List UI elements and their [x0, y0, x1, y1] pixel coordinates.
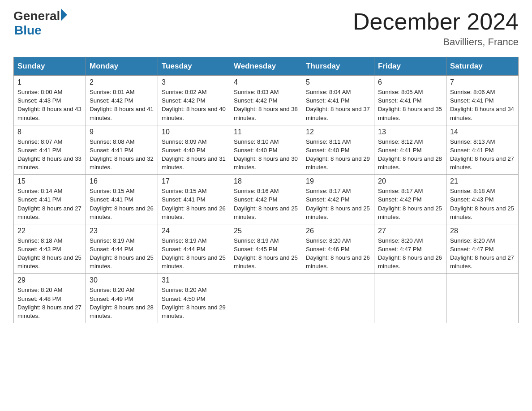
day-info: Sunrise: 8:04 AMSunset: 4:41 PMDaylight:…	[306, 88, 370, 122]
logo-general-text: General	[13, 9, 60, 23]
week-row-2: 8Sunrise: 8:07 AMSunset: 4:41 PMDaylight…	[14, 125, 519, 175]
day-number: 18	[234, 177, 298, 185]
day-info: Sunrise: 8:16 AMSunset: 4:42 PMDaylight:…	[234, 187, 298, 221]
day-cell-26: 26Sunrise: 8:20 AMSunset: 4:46 PMDayligh…	[302, 224, 374, 274]
day-cell-14: 14Sunrise: 8:13 AMSunset: 4:41 PMDayligh…	[446, 125, 519, 175]
day-number: 28	[450, 227, 515, 235]
weekday-header-thursday: Thursday	[302, 57, 374, 76]
weekday-header-friday: Friday	[374, 57, 446, 76]
day-cell-20: 20Sunrise: 8:17 AMSunset: 4:42 PMDayligh…	[374, 175, 446, 224]
day-cell-3: 3Sunrise: 8:02 AMSunset: 4:42 PMDaylight…	[158, 76, 230, 125]
day-info: Sunrise: 8:20 AMSunset: 4:46 PMDaylight:…	[306, 236, 370, 271]
day-info: Sunrise: 8:19 AMSunset: 4:44 PMDaylight:…	[90, 236, 154, 271]
day-number: 6	[378, 78, 442, 86]
day-number: 29	[17, 276, 82, 284]
day-info: Sunrise: 8:18 AMSunset: 4:43 PMDaylight:…	[17, 236, 82, 271]
day-number: 3	[162, 78, 226, 86]
day-cell-6: 6Sunrise: 8:05 AMSunset: 4:41 PMDaylight…	[374, 76, 446, 125]
day-number: 12	[306, 128, 370, 136]
day-cell-23: 23Sunrise: 8:19 AMSunset: 4:44 PMDayligh…	[86, 224, 158, 274]
day-cell-1: 1Sunrise: 8:00 AMSunset: 4:43 PMDaylight…	[14, 76, 86, 125]
day-info: Sunrise: 8:08 AMSunset: 4:41 PMDaylight:…	[90, 137, 154, 172]
day-info: Sunrise: 8:13 AMSunset: 4:41 PMDaylight:…	[450, 137, 515, 172]
day-info: Sunrise: 8:07 AMSunset: 4:41 PMDaylight:…	[17, 137, 82, 172]
day-cell-25: 25Sunrise: 8:19 AMSunset: 4:45 PMDayligh…	[230, 224, 302, 274]
day-cell-13: 13Sunrise: 8:12 AMSunset: 4:41 PMDayligh…	[374, 125, 446, 175]
day-cell-16: 16Sunrise: 8:15 AMSunset: 4:41 PMDayligh…	[86, 175, 158, 224]
calendar-table: SundayMondayTuesdayWednesdayThursdayFrid…	[13, 57, 519, 323]
day-cell-27: 27Sunrise: 8:20 AMSunset: 4:47 PMDayligh…	[374, 224, 446, 274]
title-section: December 2024 Bavilliers, France	[353, 9, 519, 48]
day-number: 4	[234, 78, 298, 86]
day-info: Sunrise: 8:17 AMSunset: 4:42 PMDaylight:…	[306, 187, 370, 221]
day-number: 26	[306, 227, 370, 235]
day-cell-17: 17Sunrise: 8:15 AMSunset: 4:41 PMDayligh…	[158, 175, 230, 224]
day-info: Sunrise: 8:05 AMSunset: 4:41 PMDaylight:…	[378, 88, 442, 122]
week-row-4: 22Sunrise: 8:18 AMSunset: 4:43 PMDayligh…	[14, 224, 519, 274]
day-info: Sunrise: 8:15 AMSunset: 4:41 PMDaylight:…	[162, 187, 226, 221]
weekday-header-row: SundayMondayTuesdayWednesdayThursdayFrid…	[14, 57, 519, 76]
day-info: Sunrise: 8:02 AMSunset: 4:42 PMDaylight:…	[162, 88, 226, 122]
day-info: Sunrise: 8:18 AMSunset: 4:43 PMDaylight:…	[450, 187, 515, 221]
week-row-3: 15Sunrise: 8:14 AMSunset: 4:41 PMDayligh…	[14, 175, 519, 224]
day-number: 17	[162, 177, 226, 185]
day-cell-10: 10Sunrise: 8:09 AMSunset: 4:40 PMDayligh…	[158, 125, 230, 175]
day-cell-12: 12Sunrise: 8:11 AMSunset: 4:40 PMDayligh…	[302, 125, 374, 175]
day-cell-22: 22Sunrise: 8:18 AMSunset: 4:43 PMDayligh…	[14, 224, 86, 274]
day-number: 27	[378, 227, 442, 235]
day-info: Sunrise: 8:14 AMSunset: 4:41 PMDaylight:…	[17, 187, 82, 221]
day-number: 24	[162, 227, 226, 235]
day-info: Sunrise: 8:20 AMSunset: 4:47 PMDaylight:…	[378, 236, 442, 271]
day-number: 11	[234, 128, 298, 136]
day-info: Sunrise: 8:09 AMSunset: 4:40 PMDaylight:…	[162, 137, 226, 172]
day-cell-21: 21Sunrise: 8:18 AMSunset: 4:43 PMDayligh…	[446, 175, 519, 224]
day-info: Sunrise: 8:20 AMSunset: 4:49 PMDaylight:…	[90, 286, 154, 320]
day-info: Sunrise: 8:15 AMSunset: 4:41 PMDaylight:…	[90, 187, 154, 221]
logo-triangle-icon	[61, 9, 67, 21]
empty-cell	[374, 274, 446, 323]
day-info: Sunrise: 8:12 AMSunset: 4:41 PMDaylight:…	[378, 137, 442, 172]
empty-cell	[230, 274, 302, 323]
day-cell-19: 19Sunrise: 8:17 AMSunset: 4:42 PMDayligh…	[302, 175, 374, 224]
day-number: 2	[90, 78, 154, 86]
weekday-header-sunday: Sunday	[14, 57, 86, 76]
day-cell-18: 18Sunrise: 8:16 AMSunset: 4:42 PMDayligh…	[230, 175, 302, 224]
day-cell-5: 5Sunrise: 8:04 AMSunset: 4:41 PMDaylight…	[302, 76, 374, 125]
day-number: 5	[306, 78, 370, 86]
day-number: 16	[90, 177, 154, 185]
day-number: 8	[17, 128, 82, 136]
day-info: Sunrise: 8:00 AMSunset: 4:43 PMDaylight:…	[17, 88, 82, 122]
day-info: Sunrise: 8:20 AMSunset: 4:47 PMDaylight:…	[450, 236, 515, 271]
week-row-1: 1Sunrise: 8:00 AMSunset: 4:43 PMDaylight…	[14, 76, 519, 125]
day-cell-7: 7Sunrise: 8:06 AMSunset: 4:41 PMDaylight…	[446, 76, 519, 125]
day-info: Sunrise: 8:17 AMSunset: 4:42 PMDaylight:…	[378, 187, 442, 221]
day-cell-24: 24Sunrise: 8:19 AMSunset: 4:44 PMDayligh…	[158, 224, 230, 274]
day-number: 13	[378, 128, 442, 136]
day-cell-29: 29Sunrise: 8:20 AMSunset: 4:48 PMDayligh…	[14, 274, 86, 323]
day-number: 19	[306, 177, 370, 185]
day-info: Sunrise: 8:06 AMSunset: 4:41 PMDaylight:…	[450, 88, 515, 122]
day-number: 14	[450, 128, 515, 136]
day-number: 23	[90, 227, 154, 235]
day-number: 15	[17, 177, 82, 185]
day-number: 1	[17, 78, 82, 86]
weekday-header-tuesday: Tuesday	[158, 57, 230, 76]
weekday-header-wednesday: Wednesday	[230, 57, 302, 76]
day-cell-11: 11Sunrise: 8:10 AMSunset: 4:40 PMDayligh…	[230, 125, 302, 175]
day-info: Sunrise: 8:19 AMSunset: 4:45 PMDaylight:…	[234, 236, 298, 271]
day-info: Sunrise: 8:20 AMSunset: 4:50 PMDaylight:…	[162, 286, 226, 320]
day-info: Sunrise: 8:20 AMSunset: 4:48 PMDaylight:…	[17, 286, 82, 320]
day-cell-30: 30Sunrise: 8:20 AMSunset: 4:49 PMDayligh…	[86, 274, 158, 323]
calendar-title: December 2024	[353, 9, 519, 34]
logo-blue-text: Blue	[14, 23, 67, 38]
day-cell-2: 2Sunrise: 8:01 AMSunset: 4:42 PMDaylight…	[86, 76, 158, 125]
day-info: Sunrise: 8:10 AMSunset: 4:40 PMDaylight:…	[234, 137, 298, 172]
day-number: 20	[378, 177, 442, 185]
day-info: Sunrise: 8:01 AMSunset: 4:42 PMDaylight:…	[90, 88, 154, 122]
day-number: 10	[162, 128, 226, 136]
day-number: 21	[450, 177, 515, 185]
empty-cell	[302, 274, 374, 323]
weekday-header-monday: Monday	[86, 57, 158, 76]
day-cell-28: 28Sunrise: 8:20 AMSunset: 4:47 PMDayligh…	[446, 224, 519, 274]
day-cell-15: 15Sunrise: 8:14 AMSunset: 4:41 PMDayligh…	[14, 175, 86, 224]
